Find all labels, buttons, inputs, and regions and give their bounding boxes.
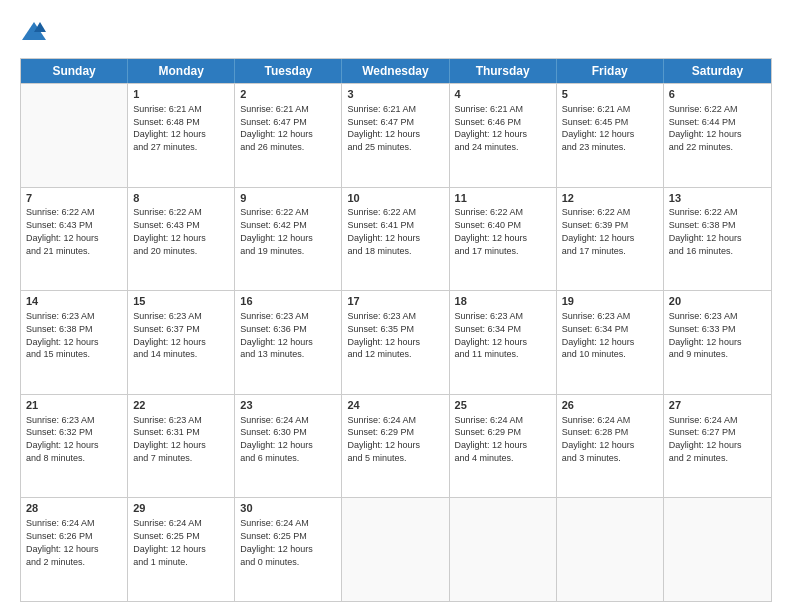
calendar-cell: 2 Sunrise: 6:21 AMSunset: 6:47 PMDayligh… bbox=[235, 84, 342, 187]
calendar-cell: 17 Sunrise: 6:23 AMSunset: 6:35 PMDaylig… bbox=[342, 291, 449, 394]
cell-info: Sunrise: 6:23 AMSunset: 6:38 PMDaylight:… bbox=[26, 311, 99, 359]
calendar-cell: 25 Sunrise: 6:24 AMSunset: 6:29 PMDaylig… bbox=[450, 395, 557, 498]
day-number: 8 bbox=[133, 191, 229, 206]
calendar-body: 1 Sunrise: 6:21 AMSunset: 6:48 PMDayligh… bbox=[21, 83, 771, 601]
calendar-cell: 27 Sunrise: 6:24 AMSunset: 6:27 PMDaylig… bbox=[664, 395, 771, 498]
day-number: 12 bbox=[562, 191, 658, 206]
calendar-cell: 12 Sunrise: 6:22 AMSunset: 6:39 PMDaylig… bbox=[557, 188, 664, 291]
day-number: 14 bbox=[26, 294, 122, 309]
cell-info: Sunrise: 6:22 AMSunset: 6:39 PMDaylight:… bbox=[562, 207, 635, 255]
day-number: 18 bbox=[455, 294, 551, 309]
day-number: 6 bbox=[669, 87, 766, 102]
cell-info: Sunrise: 6:21 AMSunset: 6:46 PMDaylight:… bbox=[455, 104, 528, 152]
calendar-cell: 20 Sunrise: 6:23 AMSunset: 6:33 PMDaylig… bbox=[664, 291, 771, 394]
cell-info: Sunrise: 6:21 AMSunset: 6:48 PMDaylight:… bbox=[133, 104, 206, 152]
cell-info: Sunrise: 6:24 AMSunset: 6:25 PMDaylight:… bbox=[133, 518, 206, 566]
day-number: 11 bbox=[455, 191, 551, 206]
calendar-cell: 4 Sunrise: 6:21 AMSunset: 6:46 PMDayligh… bbox=[450, 84, 557, 187]
calendar: SundayMondayTuesdayWednesdayThursdayFrid… bbox=[20, 58, 772, 602]
calendar-cell: 23 Sunrise: 6:24 AMSunset: 6:30 PMDaylig… bbox=[235, 395, 342, 498]
calendar-cell: 7 Sunrise: 6:22 AMSunset: 6:43 PMDayligh… bbox=[21, 188, 128, 291]
cell-info: Sunrise: 6:23 AMSunset: 6:31 PMDaylight:… bbox=[133, 415, 206, 463]
day-number: 2 bbox=[240, 87, 336, 102]
calendar-cell: 29 Sunrise: 6:24 AMSunset: 6:25 PMDaylig… bbox=[128, 498, 235, 601]
calendar-cell: 8 Sunrise: 6:22 AMSunset: 6:43 PMDayligh… bbox=[128, 188, 235, 291]
calendar-cell bbox=[21, 84, 128, 187]
day-number: 21 bbox=[26, 398, 122, 413]
cell-info: Sunrise: 6:22 AMSunset: 6:38 PMDaylight:… bbox=[669, 207, 742, 255]
calendar-cell: 3 Sunrise: 6:21 AMSunset: 6:47 PMDayligh… bbox=[342, 84, 449, 187]
calendar-cell: 18 Sunrise: 6:23 AMSunset: 6:34 PMDaylig… bbox=[450, 291, 557, 394]
header-day: Thursday bbox=[450, 59, 557, 83]
day-number: 28 bbox=[26, 501, 122, 516]
cell-info: Sunrise: 6:23 AMSunset: 6:36 PMDaylight:… bbox=[240, 311, 313, 359]
calendar-cell: 16 Sunrise: 6:23 AMSunset: 6:36 PMDaylig… bbox=[235, 291, 342, 394]
cell-info: Sunrise: 6:22 AMSunset: 6:41 PMDaylight:… bbox=[347, 207, 420, 255]
cell-info: Sunrise: 6:24 AMSunset: 6:27 PMDaylight:… bbox=[669, 415, 742, 463]
calendar-cell bbox=[557, 498, 664, 601]
cell-info: Sunrise: 6:23 AMSunset: 6:35 PMDaylight:… bbox=[347, 311, 420, 359]
day-number: 10 bbox=[347, 191, 443, 206]
cell-info: Sunrise: 6:24 AMSunset: 6:29 PMDaylight:… bbox=[455, 415, 528, 463]
cell-info: Sunrise: 6:23 AMSunset: 6:37 PMDaylight:… bbox=[133, 311, 206, 359]
logo bbox=[20, 18, 50, 48]
day-number: 29 bbox=[133, 501, 229, 516]
calendar-cell: 6 Sunrise: 6:22 AMSunset: 6:44 PMDayligh… bbox=[664, 84, 771, 187]
day-number: 20 bbox=[669, 294, 766, 309]
header-day: Saturday bbox=[664, 59, 771, 83]
page: SundayMondayTuesdayWednesdayThursdayFrid… bbox=[0, 0, 792, 612]
cell-info: Sunrise: 6:22 AMSunset: 6:43 PMDaylight:… bbox=[26, 207, 99, 255]
cell-info: Sunrise: 6:22 AMSunset: 6:43 PMDaylight:… bbox=[133, 207, 206, 255]
calendar-cell: 22 Sunrise: 6:23 AMSunset: 6:31 PMDaylig… bbox=[128, 395, 235, 498]
cell-info: Sunrise: 6:24 AMSunset: 6:30 PMDaylight:… bbox=[240, 415, 313, 463]
calendar-cell: 5 Sunrise: 6:21 AMSunset: 6:45 PMDayligh… bbox=[557, 84, 664, 187]
calendar-cell: 26 Sunrise: 6:24 AMSunset: 6:28 PMDaylig… bbox=[557, 395, 664, 498]
day-number: 30 bbox=[240, 501, 336, 516]
cell-info: Sunrise: 6:21 AMSunset: 6:47 PMDaylight:… bbox=[240, 104, 313, 152]
cell-info: Sunrise: 6:23 AMSunset: 6:32 PMDaylight:… bbox=[26, 415, 99, 463]
cell-info: Sunrise: 6:22 AMSunset: 6:44 PMDaylight:… bbox=[669, 104, 742, 152]
day-number: 16 bbox=[240, 294, 336, 309]
cell-info: Sunrise: 6:24 AMSunset: 6:28 PMDaylight:… bbox=[562, 415, 635, 463]
cell-info: Sunrise: 6:24 AMSunset: 6:25 PMDaylight:… bbox=[240, 518, 313, 566]
day-number: 9 bbox=[240, 191, 336, 206]
day-number: 25 bbox=[455, 398, 551, 413]
calendar-cell: 28 Sunrise: 6:24 AMSunset: 6:26 PMDaylig… bbox=[21, 498, 128, 601]
calendar-cell: 9 Sunrise: 6:22 AMSunset: 6:42 PMDayligh… bbox=[235, 188, 342, 291]
day-number: 15 bbox=[133, 294, 229, 309]
calendar-cell: 11 Sunrise: 6:22 AMSunset: 6:40 PMDaylig… bbox=[450, 188, 557, 291]
day-number: 23 bbox=[240, 398, 336, 413]
cell-info: Sunrise: 6:23 AMSunset: 6:34 PMDaylight:… bbox=[562, 311, 635, 359]
cell-info: Sunrise: 6:21 AMSunset: 6:47 PMDaylight:… bbox=[347, 104, 420, 152]
header bbox=[20, 18, 772, 48]
calendar-cell: 14 Sunrise: 6:23 AMSunset: 6:38 PMDaylig… bbox=[21, 291, 128, 394]
day-number: 13 bbox=[669, 191, 766, 206]
calendar-cell: 21 Sunrise: 6:23 AMSunset: 6:32 PMDaylig… bbox=[21, 395, 128, 498]
day-number: 27 bbox=[669, 398, 766, 413]
cell-info: Sunrise: 6:23 AMSunset: 6:33 PMDaylight:… bbox=[669, 311, 742, 359]
day-number: 19 bbox=[562, 294, 658, 309]
day-number: 24 bbox=[347, 398, 443, 413]
day-number: 5 bbox=[562, 87, 658, 102]
calendar-cell: 1 Sunrise: 6:21 AMSunset: 6:48 PMDayligh… bbox=[128, 84, 235, 187]
calendar-row: 21 Sunrise: 6:23 AMSunset: 6:32 PMDaylig… bbox=[21, 394, 771, 498]
cell-info: Sunrise: 6:24 AMSunset: 6:26 PMDaylight:… bbox=[26, 518, 99, 566]
header-day: Friday bbox=[557, 59, 664, 83]
header-day: Monday bbox=[128, 59, 235, 83]
day-number: 17 bbox=[347, 294, 443, 309]
calendar-cell bbox=[450, 498, 557, 601]
day-number: 4 bbox=[455, 87, 551, 102]
calendar-row: 7 Sunrise: 6:22 AMSunset: 6:43 PMDayligh… bbox=[21, 187, 771, 291]
calendar-cell: 10 Sunrise: 6:22 AMSunset: 6:41 PMDaylig… bbox=[342, 188, 449, 291]
calendar-row: 1 Sunrise: 6:21 AMSunset: 6:48 PMDayligh… bbox=[21, 83, 771, 187]
day-number: 3 bbox=[347, 87, 443, 102]
calendar-cell: 24 Sunrise: 6:24 AMSunset: 6:29 PMDaylig… bbox=[342, 395, 449, 498]
calendar-cell bbox=[342, 498, 449, 601]
day-number: 26 bbox=[562, 398, 658, 413]
cell-info: Sunrise: 6:22 AMSunset: 6:40 PMDaylight:… bbox=[455, 207, 528, 255]
cell-info: Sunrise: 6:21 AMSunset: 6:45 PMDaylight:… bbox=[562, 104, 635, 152]
day-number: 1 bbox=[133, 87, 229, 102]
header-day: Wednesday bbox=[342, 59, 449, 83]
cell-info: Sunrise: 6:23 AMSunset: 6:34 PMDaylight:… bbox=[455, 311, 528, 359]
header-day: Sunday bbox=[21, 59, 128, 83]
